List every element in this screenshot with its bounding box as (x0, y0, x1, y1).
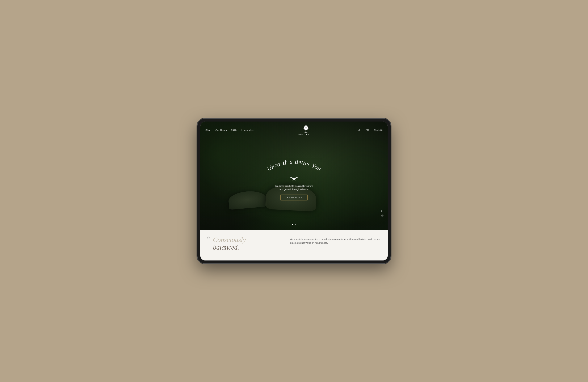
seed-icon: ⊙ (207, 236, 210, 240)
svg-text:Unearth a Better You: Unearth a Better You (266, 159, 322, 172)
bottom-title-light: Consciously (213, 236, 246, 243)
instagram-icon[interactable]: ◎ (381, 214, 383, 217)
logo[interactable]: SIMI·TREE (298, 125, 314, 135)
chevron-down-icon: ▾ (370, 129, 371, 131)
nav-item-our-roots[interactable]: Our Roots (215, 129, 227, 131)
logo-text: SIMI·TREE (298, 133, 314, 135)
hero-title-text: Unearth a Better You (266, 159, 322, 172)
svg-point-11 (358, 129, 359, 131)
svg-point-15 (293, 178, 295, 179)
bird-svg (289, 175, 299, 181)
bottom-title: Consciously balanced. (207, 236, 285, 251)
svg-point-10 (306, 128, 307, 129)
nav-right: USD ▾ Cart (0) (357, 129, 383, 132)
hero-bird-icon (289, 175, 299, 182)
svg-line-12 (359, 131, 360, 131)
facebook-icon[interactable]: f (381, 210, 383, 212)
learn-more-button[interactable]: LEARN MORE (280, 195, 308, 201)
carousel-dots (292, 224, 296, 225)
hero-subtitle: Wellness products inspired by nature and… (275, 184, 313, 191)
bottom-title-dark: balanced. (213, 243, 239, 251)
nav-item-shop[interactable]: Shop (205, 129, 211, 131)
nav-item-faqs[interactable]: FAQs (231, 129, 237, 131)
bottom-divider (213, 253, 230, 253)
svg-point-9 (304, 128, 306, 129)
cart-button[interactable]: Cart (0) (374, 129, 383, 131)
bottom-left: ⊙ Consciously balanced. (207, 236, 285, 253)
tablet-frame: Shop Our Roots FAQs Learn More (197, 119, 391, 263)
nav-left: Shop Our Roots FAQs Learn More (205, 129, 254, 131)
navigation: Shop Our Roots FAQs Learn More (200, 121, 388, 139)
bottom-right: As a society, we are seeing a broader tr… (291, 236, 381, 245)
tablet-screen: Shop Our Roots FAQs Learn More (200, 121, 388, 261)
search-icon[interactable] (357, 129, 360, 132)
svg-point-8 (305, 127, 307, 128)
carousel-dot-2[interactable] (295, 224, 296, 225)
bottom-body-text: As a society, we are seeing a broader tr… (291, 237, 381, 245)
hero-section: Shop Our Roots FAQs Learn More (200, 121, 388, 230)
nav-item-learn-more[interactable]: Learn More (242, 129, 254, 131)
social-icons: f ◎ (381, 210, 383, 217)
hero-title-svg: Unearth a Better You (258, 158, 330, 176)
logo-tree-icon (302, 125, 310, 133)
currency-selector[interactable]: USD ▾ (364, 129, 370, 131)
carousel-dot-1[interactable] (292, 224, 293, 225)
bottom-section: ⊙ Consciously balanced. As a society, we… (200, 230, 388, 261)
nav-center: SIMI·TREE (254, 125, 357, 135)
